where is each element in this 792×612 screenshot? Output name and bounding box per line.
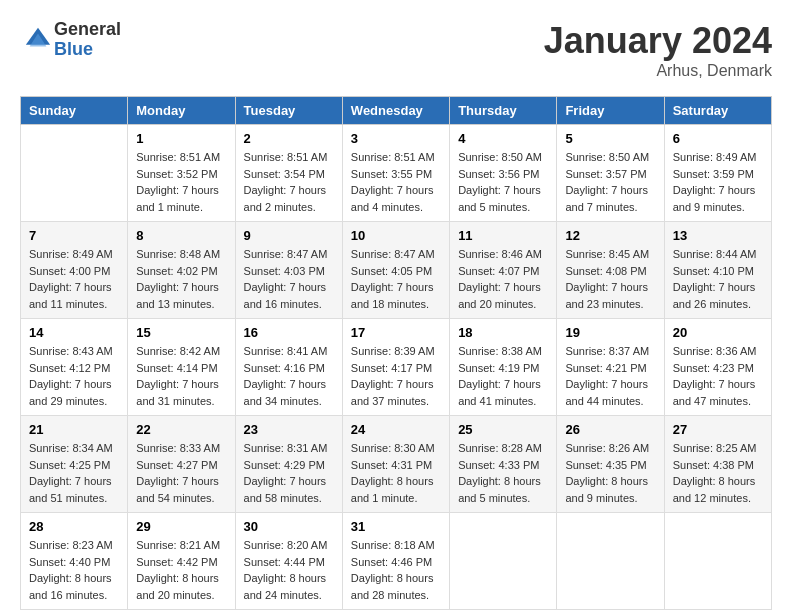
day-number: 22 — [136, 422, 226, 437]
day-number: 13 — [673, 228, 763, 243]
calendar-cell: 7Sunrise: 8:49 AMSunset: 4:00 PMDaylight… — [21, 222, 128, 319]
day-number: 8 — [136, 228, 226, 243]
day-info: Sunrise: 8:23 AMSunset: 4:40 PMDaylight:… — [29, 537, 119, 603]
calendar-week-row: 1Sunrise: 8:51 AMSunset: 3:52 PMDaylight… — [21, 125, 772, 222]
calendar-cell: 24Sunrise: 8:30 AMSunset: 4:31 PMDayligh… — [342, 416, 449, 513]
calendar-week-row: 28Sunrise: 8:23 AMSunset: 4:40 PMDayligh… — [21, 513, 772, 610]
calendar-cell: 4Sunrise: 8:50 AMSunset: 3:56 PMDaylight… — [450, 125, 557, 222]
day-number: 31 — [351, 519, 441, 534]
day-info: Sunrise: 8:30 AMSunset: 4:31 PMDaylight:… — [351, 440, 441, 506]
day-info: Sunrise: 8:18 AMSunset: 4:46 PMDaylight:… — [351, 537, 441, 603]
day-info: Sunrise: 8:49 AMSunset: 4:00 PMDaylight:… — [29, 246, 119, 312]
header-thursday: Thursday — [450, 97, 557, 125]
day-info: Sunrise: 8:34 AMSunset: 4:25 PMDaylight:… — [29, 440, 119, 506]
calendar-cell — [557, 513, 664, 610]
calendar-week-row: 7Sunrise: 8:49 AMSunset: 4:00 PMDaylight… — [21, 222, 772, 319]
day-info: Sunrise: 8:41 AMSunset: 4:16 PMDaylight:… — [244, 343, 334, 409]
day-info: Sunrise: 8:42 AMSunset: 4:14 PMDaylight:… — [136, 343, 226, 409]
day-info: Sunrise: 8:45 AMSunset: 4:08 PMDaylight:… — [565, 246, 655, 312]
day-info: Sunrise: 8:20 AMSunset: 4:44 PMDaylight:… — [244, 537, 334, 603]
calendar-cell: 6Sunrise: 8:49 AMSunset: 3:59 PMDaylight… — [664, 125, 771, 222]
day-number: 20 — [673, 325, 763, 340]
day-info: Sunrise: 8:26 AMSunset: 4:35 PMDaylight:… — [565, 440, 655, 506]
calendar-cell: 22Sunrise: 8:33 AMSunset: 4:27 PMDayligh… — [128, 416, 235, 513]
day-number: 16 — [244, 325, 334, 340]
day-number: 7 — [29, 228, 119, 243]
day-info: Sunrise: 8:47 AMSunset: 4:05 PMDaylight:… — [351, 246, 441, 312]
title-area: January 2024 Arhus, Denmark — [544, 20, 772, 80]
logo-text: General Blue — [54, 20, 121, 60]
day-number: 23 — [244, 422, 334, 437]
day-number: 28 — [29, 519, 119, 534]
logo: General Blue — [20, 20, 121, 60]
page-header: General Blue January 2024 Arhus, Denmark — [20, 20, 772, 80]
day-number: 19 — [565, 325, 655, 340]
day-info: Sunrise: 8:28 AMSunset: 4:33 PMDaylight:… — [458, 440, 548, 506]
day-number: 6 — [673, 131, 763, 146]
day-info: Sunrise: 8:38 AMSunset: 4:19 PMDaylight:… — [458, 343, 548, 409]
calendar-cell: 14Sunrise: 8:43 AMSunset: 4:12 PMDayligh… — [21, 319, 128, 416]
day-info: Sunrise: 8:50 AMSunset: 3:57 PMDaylight:… — [565, 149, 655, 215]
day-info: Sunrise: 8:47 AMSunset: 4:03 PMDaylight:… — [244, 246, 334, 312]
calendar-cell: 20Sunrise: 8:36 AMSunset: 4:23 PMDayligh… — [664, 319, 771, 416]
day-number: 27 — [673, 422, 763, 437]
calendar-cell: 10Sunrise: 8:47 AMSunset: 4:05 PMDayligh… — [342, 222, 449, 319]
day-number: 4 — [458, 131, 548, 146]
day-info: Sunrise: 8:39 AMSunset: 4:17 PMDaylight:… — [351, 343, 441, 409]
day-number: 26 — [565, 422, 655, 437]
day-info: Sunrise: 8:36 AMSunset: 4:23 PMDaylight:… — [673, 343, 763, 409]
logo-general: General — [54, 20, 121, 40]
calendar-week-row: 21Sunrise: 8:34 AMSunset: 4:25 PMDayligh… — [21, 416, 772, 513]
calendar-cell: 8Sunrise: 8:48 AMSunset: 4:02 PMDaylight… — [128, 222, 235, 319]
header-sunday: Sunday — [21, 97, 128, 125]
day-info: Sunrise: 8:44 AMSunset: 4:10 PMDaylight:… — [673, 246, 763, 312]
day-number: 18 — [458, 325, 548, 340]
calendar-cell: 26Sunrise: 8:26 AMSunset: 4:35 PMDayligh… — [557, 416, 664, 513]
calendar-week-row: 14Sunrise: 8:43 AMSunset: 4:12 PMDayligh… — [21, 319, 772, 416]
day-number: 25 — [458, 422, 548, 437]
day-number: 12 — [565, 228, 655, 243]
calendar-cell: 17Sunrise: 8:39 AMSunset: 4:17 PMDayligh… — [342, 319, 449, 416]
calendar-cell: 16Sunrise: 8:41 AMSunset: 4:16 PMDayligh… — [235, 319, 342, 416]
day-info: Sunrise: 8:50 AMSunset: 3:56 PMDaylight:… — [458, 149, 548, 215]
day-number: 30 — [244, 519, 334, 534]
calendar-cell: 2Sunrise: 8:51 AMSunset: 3:54 PMDaylight… — [235, 125, 342, 222]
day-info: Sunrise: 8:33 AMSunset: 4:27 PMDaylight:… — [136, 440, 226, 506]
day-number: 3 — [351, 131, 441, 146]
calendar-cell — [21, 125, 128, 222]
header-wednesday: Wednesday — [342, 97, 449, 125]
day-info: Sunrise: 8:48 AMSunset: 4:02 PMDaylight:… — [136, 246, 226, 312]
calendar-cell: 5Sunrise: 8:50 AMSunset: 3:57 PMDaylight… — [557, 125, 664, 222]
header-saturday: Saturday — [664, 97, 771, 125]
day-number: 21 — [29, 422, 119, 437]
day-info: Sunrise: 8:37 AMSunset: 4:21 PMDaylight:… — [565, 343, 655, 409]
city-title: Arhus, Denmark — [544, 62, 772, 80]
day-number: 14 — [29, 325, 119, 340]
calendar-cell — [664, 513, 771, 610]
calendar-header-row: SundayMondayTuesdayWednesdayThursdayFrid… — [21, 97, 772, 125]
calendar-cell: 19Sunrise: 8:37 AMSunset: 4:21 PMDayligh… — [557, 319, 664, 416]
calendar-table: SundayMondayTuesdayWednesdayThursdayFrid… — [20, 96, 772, 610]
day-number: 11 — [458, 228, 548, 243]
day-info: Sunrise: 8:49 AMSunset: 3:59 PMDaylight:… — [673, 149, 763, 215]
logo-icon — [24, 26, 52, 54]
day-number: 2 — [244, 131, 334, 146]
calendar-cell: 9Sunrise: 8:47 AMSunset: 4:03 PMDaylight… — [235, 222, 342, 319]
day-number: 29 — [136, 519, 226, 534]
header-monday: Monday — [128, 97, 235, 125]
calendar-cell: 25Sunrise: 8:28 AMSunset: 4:33 PMDayligh… — [450, 416, 557, 513]
day-info: Sunrise: 8:46 AMSunset: 4:07 PMDaylight:… — [458, 246, 548, 312]
calendar-cell: 1Sunrise: 8:51 AMSunset: 3:52 PMDaylight… — [128, 125, 235, 222]
day-number: 15 — [136, 325, 226, 340]
calendar-cell: 29Sunrise: 8:21 AMSunset: 4:42 PMDayligh… — [128, 513, 235, 610]
day-info: Sunrise: 8:25 AMSunset: 4:38 PMDaylight:… — [673, 440, 763, 506]
calendar-cell: 3Sunrise: 8:51 AMSunset: 3:55 PMDaylight… — [342, 125, 449, 222]
calendar-cell: 11Sunrise: 8:46 AMSunset: 4:07 PMDayligh… — [450, 222, 557, 319]
calendar-cell: 31Sunrise: 8:18 AMSunset: 4:46 PMDayligh… — [342, 513, 449, 610]
day-info: Sunrise: 8:51 AMSunset: 3:54 PMDaylight:… — [244, 149, 334, 215]
calendar-cell: 15Sunrise: 8:42 AMSunset: 4:14 PMDayligh… — [128, 319, 235, 416]
day-number: 24 — [351, 422, 441, 437]
calendar-cell: 18Sunrise: 8:38 AMSunset: 4:19 PMDayligh… — [450, 319, 557, 416]
day-info: Sunrise: 8:51 AMSunset: 3:55 PMDaylight:… — [351, 149, 441, 215]
calendar-cell: 23Sunrise: 8:31 AMSunset: 4:29 PMDayligh… — [235, 416, 342, 513]
